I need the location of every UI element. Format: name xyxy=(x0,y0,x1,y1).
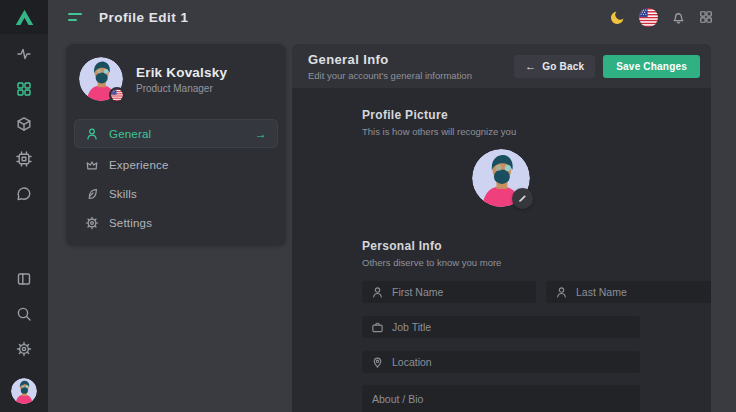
panel-header: General Info Edit your account's general… xyxy=(292,44,711,88)
cpu-icon[interactable] xyxy=(16,151,32,167)
general-info-panel: General Info Edit your account's general… xyxy=(292,44,711,412)
pencil-icon xyxy=(517,193,528,204)
user-icon xyxy=(371,286,384,299)
menu-item-label: General xyxy=(109,128,151,140)
menu-item-label: Skills xyxy=(109,188,137,200)
dashboard-grid-icon[interactable] xyxy=(16,81,32,97)
about-bio-textarea[interactable] xyxy=(362,385,640,412)
menu-item-experience[interactable]: Experience xyxy=(74,150,278,179)
arrow-left-icon: ← xyxy=(525,61,536,72)
user-icon xyxy=(85,127,99,141)
go-back-label: Go Back xyxy=(542,61,584,72)
profile-card-header: Erik Kovalsky Product Manager xyxy=(66,44,286,111)
crown-icon xyxy=(85,158,99,172)
app-logo[interactable] xyxy=(0,0,48,34)
sidebar-layout-icon[interactable] xyxy=(16,271,32,287)
page-title: Profile Edit 1 xyxy=(99,10,189,25)
user-name: Erik Kovalsky xyxy=(136,65,227,80)
location-input[interactable] xyxy=(392,356,631,368)
job-title-field[interactable] xyxy=(362,316,640,338)
user-icon xyxy=(555,286,568,299)
briefcase-icon xyxy=(371,321,384,334)
search-icon[interactable] xyxy=(16,306,32,322)
go-back-button[interactable]: ← Go Back xyxy=(514,55,595,78)
menu-toggle-icon[interactable] xyxy=(68,13,82,21)
icon-rail xyxy=(0,0,48,412)
map-pin-icon xyxy=(371,356,384,369)
avatar xyxy=(79,57,123,101)
first-name-field[interactable] xyxy=(362,281,536,303)
first-name-input[interactable] xyxy=(392,286,527,298)
personal-info-title: Personal Info xyxy=(362,239,640,253)
man-avatar-illustration xyxy=(11,378,37,404)
us-flag-badge-icon xyxy=(109,87,125,103)
menu-item-settings[interactable]: Settings xyxy=(74,208,278,237)
last-name-input[interactable] xyxy=(576,286,711,298)
arrow-right-icon: → xyxy=(255,128,267,140)
rail-user-avatar[interactable] xyxy=(11,378,37,404)
save-changes-button[interactable]: Save Changes xyxy=(603,55,700,78)
profile-picture-avatar xyxy=(472,149,530,207)
moon-icon[interactable] xyxy=(609,9,626,26)
menu-item-general[interactable]: General → xyxy=(74,119,278,148)
edit-avatar-button[interactable] xyxy=(512,188,533,209)
panel-subtitle: Edit your account's general information xyxy=(308,70,472,81)
chat-icon[interactable] xyxy=(16,186,32,202)
profile-card: Erik Kovalsky Product Manager General → … xyxy=(66,44,286,246)
job-title-input[interactable] xyxy=(392,321,631,333)
gear-icon[interactable] xyxy=(16,341,32,357)
menu-item-label: Settings xyxy=(109,217,152,229)
location-field[interactable] xyxy=(362,351,640,373)
save-changes-label: Save Changes xyxy=(616,61,687,72)
panel-title: General Info xyxy=(308,52,472,67)
feather-icon xyxy=(85,187,99,201)
bell-icon[interactable] xyxy=(671,10,686,25)
us-flag-icon[interactable] xyxy=(639,8,658,27)
user-role: Product Manager xyxy=(136,83,227,94)
profile-picture-title: Profile Picture xyxy=(362,108,640,122)
topbar: Profile Edit 1 xyxy=(48,0,736,34)
menu-item-skills[interactable]: Skills xyxy=(74,179,278,208)
box-icon[interactable] xyxy=(16,116,32,132)
triangle-logo-icon xyxy=(14,7,35,28)
gear-icon xyxy=(85,216,99,230)
last-name-field[interactable] xyxy=(546,281,711,303)
profile-menu: General → Experience Skills Settings xyxy=(66,111,286,237)
personal-info-subtitle: Others diserve to know you more xyxy=(362,257,640,268)
apps-grid-icon[interactable] xyxy=(699,10,713,24)
profile-picture-subtitle: This is how others will recognize you xyxy=(362,126,640,137)
menu-item-label: Experience xyxy=(109,159,169,171)
activity-icon[interactable] xyxy=(16,46,32,62)
